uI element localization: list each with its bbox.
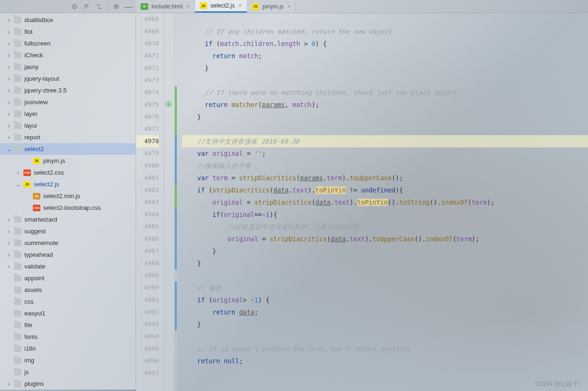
tree-arrow[interactable]: › [6, 263, 12, 270]
tree-arrow[interactable]: › [6, 29, 12, 35]
tree-arrow[interactable]: › [6, 216, 12, 223]
tree-arrow[interactable]: › [6, 228, 12, 235]
js-file-icon [252, 3, 259, 10]
close-icon[interactable]: × [287, 3, 291, 10]
tree-arrow[interactable]: › [6, 99, 12, 106]
folder-icon [14, 299, 22, 305]
tree-label: select2.css [34, 169, 64, 176]
editor-tabs: include.html×select2.js×pinyin.js× [136, 0, 588, 13]
line-number: 4990 [136, 282, 159, 294]
tree-item-jquery-layout[interactable]: ›jquery-layout [0, 73, 136, 84]
tree-item-i18n[interactable]: i18n [0, 343, 136, 354]
tree-item-img[interactable]: img [0, 354, 136, 366]
tree-item-easyui1[interactable]: easyui1 [0, 307, 136, 319]
tree-arrow[interactable]: › [15, 169, 22, 176]
tree-label: select2 [24, 146, 44, 153]
tree-item-css[interactable]: css [0, 296, 136, 307]
close-icon[interactable]: × [187, 3, 190, 10]
tree-item-file[interactable]: file [0, 319, 136, 331]
tree-item-jquery-ztree-3-5[interactable]: ›jquery-ztree.3.5 [0, 84, 136, 96]
tree-item-layer[interactable]: ›layer [0, 108, 136, 120]
tree-item-jsonview[interactable]: ›jsonview [0, 96, 136, 108]
tree-arrow[interactable]: › [6, 252, 12, 258]
tree-label: summernote [24, 239, 58, 246]
folder-icon [14, 275, 22, 282]
folder-icon [14, 357, 22, 364]
gear-icon[interactable] [113, 3, 120, 10]
code-line [182, 269, 588, 282]
tree-item-smartwizard[interactable]: ›smartwizard [0, 214, 136, 225]
tree-item-report[interactable]: ›report [0, 131, 136, 143]
tab-label: select2.js [211, 2, 235, 9]
tree-item-assets[interactable]: assets [0, 284, 136, 296]
folder-icon [14, 263, 22, 270]
tree-item-summernote[interactable]: ›summernote [0, 237, 136, 249]
tree-item-plugins[interactable]: ›plugins [0, 378, 136, 390]
tree-item-jasny[interactable]: ›jasny [0, 61, 136, 73]
tree-label: plugins [24, 380, 44, 387]
divider [107, 3, 108, 10]
tree-item-typeahead[interactable]: ›typeahead [0, 249, 136, 261]
folder-icon [14, 228, 22, 235]
tree-item-select2-min-js[interactable]: select2.min.js [0, 190, 136, 202]
tree-label: flot [24, 28, 32, 35]
tree-item-layui[interactable]: ›layui [0, 120, 136, 131]
tree-item-pinyin-js[interactable]: pinyin.js [0, 155, 136, 167]
code-line: var original = ''; [182, 147, 588, 160]
tab-select2-js[interactable]: select2.js× [195, 0, 247, 13]
close-icon[interactable]: × [239, 2, 242, 9]
tree-arrow[interactable]: › [6, 123, 12, 129]
tree-item-iCheck[interactable]: ›iCheck [0, 49, 136, 61]
tree-arrow[interactable]: ⌄ [6, 146, 12, 153]
tree-item-suggest[interactable]: ›suggest [0, 225, 136, 237]
tree-item-duallistbox[interactable]: ›duallistbox [0, 14, 136, 26]
line-number: 4996 [136, 355, 159, 367]
tree-item-select2-bootstrap-css[interactable]: select2-bootstrap.css [0, 202, 136, 214]
tree-arrow[interactable]: › [6, 111, 12, 117]
tree-item-flot[interactable]: ›flot [0, 26, 136, 38]
code-editor[interactable]: 4968496949704971497249734974497549764977… [136, 13, 588, 391]
expand-icon[interactable] [95, 3, 103, 10]
tree-item-select2[interactable]: ⌄select2 [0, 143, 136, 155]
tree-label: jquery-ztree.3.5 [24, 87, 67, 94]
tree-arrow[interactable]: › [6, 76, 12, 82]
code-line: if (stripDiacritics(data.text).toPinYin … [182, 184, 588, 196]
tree-label: validate [24, 263, 45, 270]
tree-item-validate[interactable]: ›validate [0, 261, 136, 272]
folder-icon [14, 345, 22, 352]
tree-arrow[interactable]: › [6, 17, 12, 23]
tree-arrow[interactable]: › [6, 40, 12, 47]
tree-item-js[interactable]: js [0, 366, 136, 378]
line-number: 4982 [136, 184, 159, 196]
tree-label: css [24, 298, 34, 305]
tree-item-select2-css[interactable]: ›select2.css [0, 167, 136, 178]
tree-arrow[interactable]: › [6, 64, 12, 70]
tree-arrow[interactable]: › [6, 240, 12, 246]
change-marker [175, 86, 177, 135]
tab-include-html[interactable]: include.html× [136, 0, 195, 13]
tree-label: suggest [24, 228, 46, 235]
code-content[interactable]: // If any children matched, return the n… [177, 13, 588, 391]
line-number: 4978 [136, 135, 159, 147]
svg-point-1 [74, 6, 75, 7]
code-line: } [182, 245, 588, 257]
folder-icon [14, 287, 22, 293]
run-icon[interactable] [166, 101, 172, 107]
folder-icon [14, 111, 22, 117]
tree-item-fullscreen[interactable]: ›fullscreen [0, 38, 136, 49]
line-number: 4975 [136, 99, 159, 111]
tree-arrow[interactable]: ⌄ [15, 181, 22, 188]
sort-icon[interactable] [83, 3, 90, 10]
minimize-icon[interactable]: — [125, 3, 132, 10]
tree-arrow[interactable]: › [6, 134, 12, 141]
tab-pinyin-js[interactable]: pinyin.js× [247, 0, 296, 13]
tree-label: appoint [24, 275, 45, 282]
tree-item-fonts[interactable]: fonts [0, 331, 136, 343]
tree-arrow[interactable]: › [6, 87, 12, 94]
code-line: return null; [182, 355, 588, 367]
tree-arrow[interactable]: › [6, 381, 12, 387]
tree-item-appoint[interactable]: appoint [0, 272, 136, 284]
locate-icon[interactable] [71, 3, 78, 10]
tree-arrow[interactable]: › [6, 52, 12, 59]
tree-item-select2-js[interactable]: ⌄select2.js [0, 178, 136, 190]
